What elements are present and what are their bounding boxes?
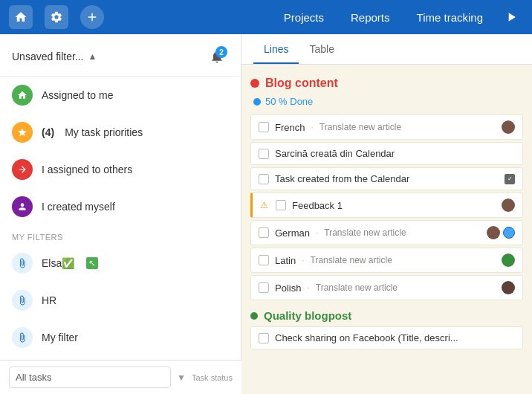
- task-row: Task created from the Calendar ✓: [250, 167, 523, 190]
- task-checkbox[interactable]: [259, 282, 269, 293]
- task-row: French · Translate new article: [250, 114, 523, 140]
- notification-count: 2: [215, 46, 227, 58]
- task-avatar: [487, 226, 500, 239]
- task-priorities-label: My task priorities: [65, 126, 143, 138]
- task-row: Polish · Translate new article: [250, 275, 523, 300]
- task-extra: [502, 253, 515, 267]
- task-avatar: [502, 120, 515, 134]
- filter-item-my-filter[interactable]: My filter: [0, 319, 241, 356]
- my-filter-label: My filter: [42, 332, 78, 343]
- task-name: German: [275, 227, 310, 239]
- task-row: Check sharing on Facebook (Title, descri…: [250, 326, 523, 349]
- task-extra: ✓: [505, 174, 515, 184]
- filter-item-hr[interactable]: HR: [0, 282, 241, 319]
- filter-header: Unsaved filter... ▲ 2: [0, 34, 241, 77]
- blog-content-header: Blog content: [250, 77, 523, 90]
- created-myself-label: I created myself: [42, 201, 115, 213]
- tag-icon: ✓: [505, 174, 515, 184]
- tab-table[interactable]: Table: [299, 34, 344, 64]
- home-icon[interactable]: [9, 5, 33, 29]
- assigned-to-me-icon: [12, 85, 33, 106]
- task-row: Latin · Translate new article: [250, 248, 523, 273]
- filter-title: Unsaved filter...: [12, 51, 84, 62]
- task-name: Latin: [275, 255, 296, 266]
- filter-title-button[interactable]: Unsaved filter... ▲: [12, 51, 97, 62]
- elsa-filter-label: Elsa✅: [42, 257, 74, 269]
- task-checkbox[interactable]: [259, 174, 269, 184]
- topbar-left: [9, 5, 104, 29]
- blog-content-title: Blog content: [265, 77, 338, 90]
- elsa-cursor: ↖: [86, 257, 98, 269]
- quality-blogpost-title: Quality blogpost: [264, 309, 351, 322]
- notification-button[interactable]: 2: [205, 45, 229, 68]
- task-row: Sarcină creată din Calendar: [250, 142, 523, 165]
- play-icon[interactable]: [499, 5, 523, 29]
- menu-item-assigned-to-others[interactable]: I assigned to others: [0, 151, 241, 188]
- status-circle: [503, 227, 515, 239]
- assigned-to-me-label: Assigned to me: [42, 89, 114, 101]
- bottom-bar: All tasks ▼ Task status: [0, 360, 241, 394]
- gear-icon[interactable]: [45, 5, 68, 29]
- topbar-nav: Projects Reports Time tracking: [273, 5, 523, 30]
- content-area: Blog content 50 % Done French · Translat…: [241, 65, 532, 391]
- nav-reports[interactable]: Reports: [340, 5, 400, 30]
- progress-dot: [253, 98, 261, 106]
- task-checkbox[interactable]: [259, 255, 269, 265]
- menu-item-assigned-to-me[interactable]: Assigned to me: [0, 77, 241, 114]
- created-myself-icon: [12, 196, 33, 217]
- my-filters-label: My filters: [0, 225, 241, 245]
- quality-blogpost-header: Quality blogpost: [250, 309, 523, 322]
- task-avatar: [502, 281, 515, 294]
- hr-filter-label: HR: [42, 294, 56, 306]
- task-row: German · Translate new article: [250, 220, 523, 245]
- task-desc: Translate new article: [324, 227, 406, 238]
- task-status-label: Task status: [192, 373, 233, 382]
- task-desc: Translate new article: [319, 122, 401, 132]
- task-extra: [502, 198, 515, 212]
- filter-item-elsa[interactable]: Elsa✅ ↖: [0, 245, 241, 282]
- menu-item-created-myself[interactable]: I created myself: [0, 188, 241, 225]
- tab-lines[interactable]: Lines: [253, 34, 299, 64]
- quality-blogpost-dot: [250, 312, 258, 320]
- task-name: Feedback 1: [292, 200, 343, 211]
- progress-label: 50 % Done: [265, 96, 313, 107]
- elsa-filter-icon: [12, 253, 33, 274]
- main-content: Lines Table Blog content 50 % Done Frenc…: [241, 34, 532, 394]
- task-filter-select[interactable]: All tasks: [9, 366, 171, 388]
- assigned-to-others-icon: [12, 159, 33, 180]
- task-extra: [502, 120, 515, 134]
- task-priorities-icon: [12, 122, 33, 143]
- task-extra: [487, 226, 515, 239]
- task-desc: Translate new article: [316, 282, 398, 293]
- menu-item-task-priorities[interactable]: (4) My task priorities: [0, 114, 241, 151]
- topbar: Projects Reports Time tracking: [0, 0, 532, 34]
- task-row: ⚠ Feedback 1: [250, 193, 523, 218]
- task-checkbox[interactable]: [259, 227, 269, 238]
- task-desc: Translate new article: [311, 255, 392, 265]
- task-avatar: [502, 198, 515, 212]
- select-chevron-icon: ▼: [177, 372, 186, 383]
- task-extra: [502, 281, 515, 294]
- add-icon[interactable]: [80, 5, 104, 29]
- task-priorities-count: (4): [42, 126, 54, 138]
- blog-content-dot: [250, 79, 259, 88]
- task-checkbox[interactable]: [276, 200, 286, 210]
- task-checkbox[interactable]: [259, 149, 269, 159]
- task-name: Polish: [275, 282, 301, 294]
- assigned-to-others-label: I assigned to others: [42, 164, 132, 175]
- task-checkbox[interactable]: [259, 122, 269, 132]
- task-name: Task created from the Calendar: [275, 173, 409, 184]
- my-filter-icon: [12, 327, 33, 348]
- progress-row: 50 % Done: [250, 96, 523, 107]
- tabs-row: Lines Table: [241, 34, 532, 65]
- hr-filter-icon: [12, 290, 33, 311]
- filter-dropdown: Unsaved filter... ▲ 2 Assigned to me (4)…: [0, 34, 241, 394]
- task-checkbox[interactable]: [259, 333, 269, 343]
- nav-projects[interactable]: Projects: [273, 5, 334, 30]
- nav-time-tracking[interactable]: Time tracking: [406, 5, 493, 30]
- chevron-up-icon: ▲: [88, 51, 97, 62]
- warning-icon: ⚠: [260, 200, 268, 210]
- task-name: Check sharing on Facebook (Title, descri…: [275, 332, 458, 343]
- task-name: French: [275, 122, 305, 133]
- task-avatar: [502, 253, 515, 267]
